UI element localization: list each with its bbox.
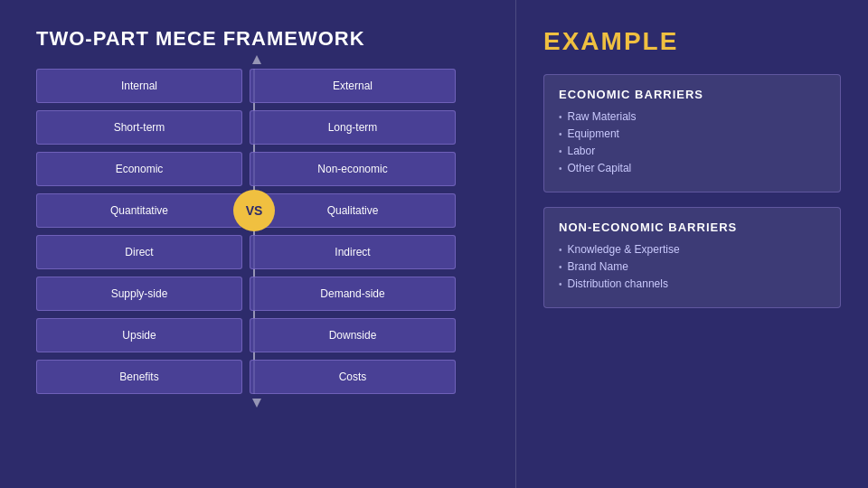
list-item: • Distribution channels [559,277,826,290]
cell-downside: Downside [250,318,456,352]
framework-row: Direct Indirect [36,235,470,269]
arrow-top-icon [252,55,261,64]
left-panel: TWO-PART MECE FRAMEWORK Internal Externa… [0,0,515,488]
framework-row: Supply-side Demand-side [36,277,470,311]
cell-short-term: Short-term [36,110,242,145]
bullet-icon: • [559,146,562,156]
list-item: • Brand Name [559,260,826,273]
framework-row: Short-term Long-term [36,110,470,145]
vs-row: Quantitative VS Qualitative [36,193,470,228]
cell-economic: Economic [36,152,242,186]
bullet-icon: • [559,129,562,139]
framework-row: Benefits Costs [36,360,470,394]
framework-container: Internal External Short-term Long-term E… [36,69,470,394]
framework-row: Internal External [36,69,470,103]
list-item: • Equipment [559,127,826,140]
right-panel: EXAMPLE ECONOMIC BARRIERS • Raw Material… [515,0,868,488]
cell-benefits: Benefits [36,360,242,394]
framework-row: Economic Non-economic [36,152,470,186]
non-economic-barriers-title: NON-ECONOMIC BARRIERS [559,221,826,234]
cell-direct: Direct [36,235,242,269]
bullet-icon: • [559,262,562,272]
economic-barriers-title: ECONOMIC BARRIERS [559,88,826,101]
cell-long-term: Long-term [250,110,456,145]
economic-barriers-card: ECONOMIC BARRIERS • Raw Materials • Equi… [543,74,841,192]
cell-costs: Costs [250,360,456,394]
list-item: • Knowledge & Expertise [559,243,826,256]
list-item: • Raw Materials [559,110,826,123]
bullet-icon: • [559,112,562,122]
non-economic-barriers-card: NON-ECONOMIC BARRIERS • Knowledge & Expe… [543,207,841,308]
cell-supply-side: Supply-side [36,277,242,311]
vs-circle: VS [233,190,275,231]
list-item: • Labor [559,145,826,157]
cell-non-economic: Non-economic [250,152,456,186]
example-title: EXAMPLE [543,27,841,56]
bullet-icon: • [559,164,562,174]
cell-quantitative: Quantitative [36,193,242,228]
cell-internal: Internal [36,69,242,103]
list-item: • Other Capital [559,162,826,174]
cell-qualitative: Qualitative [250,193,456,228]
page-title: TWO-PART MECE FRAMEWORK [36,27,479,51]
cell-upside: Upside [36,318,242,352]
cell-external: External [250,69,456,103]
cell-demand-side: Demand-side [250,277,456,311]
arrow-bottom-icon [252,399,261,408]
cell-indirect: Indirect [250,235,456,269]
framework-row: Upside Downside [36,318,470,352]
bullet-icon: • [559,279,562,289]
bullet-icon: • [559,245,562,255]
